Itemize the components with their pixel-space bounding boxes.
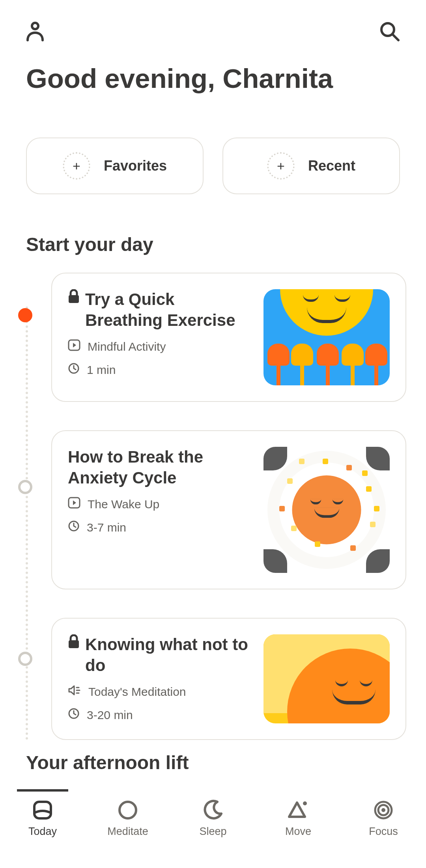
lock-icon <box>68 289 80 303</box>
nav-meditate[interactable]: Meditate <box>85 799 170 868</box>
greeting-text: Good evening, Charnita <box>0 51 426 94</box>
favorites-button[interactable]: + Favorites <box>26 138 204 194</box>
card-type-label: Mindful Activity <box>88 340 166 353</box>
svg-line-2 <box>393 35 398 40</box>
nav-label: Sleep <box>199 825 226 838</box>
nav-today[interactable]: Today <box>0 799 85 868</box>
card-duration: 1 min <box>87 363 116 377</box>
svg-rect-8 <box>69 640 79 648</box>
svg-rect-3 <box>69 295 79 303</box>
timeline-line <box>26 307 28 740</box>
activity-card-breathing[interactable]: Try a Quick Breathing Exercise Mindful A… <box>51 273 406 402</box>
section-start-your-day: Start your day <box>0 194 426 255</box>
activity-card-meditation[interactable]: Knowing what not to do Today's Meditatio… <box>51 618 406 740</box>
svg-point-14 <box>120 802 136 818</box>
card-illustration <box>263 289 390 385</box>
card-title-text: How to Break the Anxiety Cycle <box>68 447 252 488</box>
plus-icon: + <box>267 152 295 180</box>
card-type-label: The Wake Up <box>88 498 159 511</box>
nav-focus[interactable]: Focus <box>341 799 426 868</box>
svg-point-15 <box>303 801 307 805</box>
section-afternoon-lift: Your afternoon lift <box>0 740 426 773</box>
nav-label: Meditate <box>107 825 148 838</box>
clock-icon <box>68 708 80 722</box>
svg-point-0 <box>32 23 38 29</box>
audio-icon <box>68 684 81 699</box>
lock-icon <box>68 634 80 649</box>
nav-move[interactable]: Move <box>256 799 341 868</box>
card-type-label: Today's Meditation <box>88 685 186 699</box>
nav-label: Focus <box>369 825 398 838</box>
activity-card-anxiety[interactable]: How to Break the Anxiety Cycle The Wake … <box>51 430 406 589</box>
svg-point-18 <box>381 808 385 812</box>
timeline-dot-active <box>18 308 32 322</box>
bottom-nav: Today Meditate Sleep Move Focus <box>0 789 426 868</box>
nav-label: Today <box>28 825 57 838</box>
favorites-label: Favorites <box>104 158 167 174</box>
nav-sleep[interactable]: Sleep <box>170 799 256 868</box>
timeline-dot <box>18 652 32 666</box>
card-illustration <box>263 447 390 573</box>
search-icon[interactable] <box>379 21 400 43</box>
nav-label: Move <box>285 825 311 838</box>
card-title-text: Knowing what not to do <box>85 634 252 676</box>
play-icon <box>68 339 80 354</box>
card-duration: 3-7 min <box>87 521 126 534</box>
card-illustration <box>263 634 390 723</box>
recent-button[interactable]: + Recent <box>222 138 400 194</box>
recent-label: Recent <box>308 158 355 174</box>
timeline-dot <box>18 480 32 494</box>
card-title-text: Try a Quick Breathing Exercise <box>85 289 252 331</box>
clock-icon <box>68 520 80 535</box>
play-icon <box>68 497 80 511</box>
plus-icon: + <box>63 152 90 180</box>
profile-icon[interactable] <box>26 22 44 43</box>
card-duration: 3-20 min <box>87 708 133 722</box>
clock-icon <box>68 362 80 377</box>
